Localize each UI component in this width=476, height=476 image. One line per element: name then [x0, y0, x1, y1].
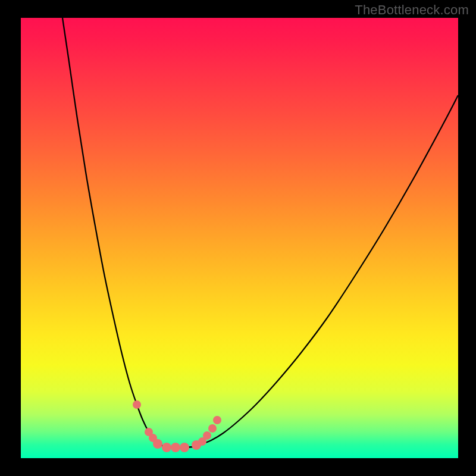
- curve-marker: [213, 416, 221, 424]
- curve-marker: [180, 443, 189, 452]
- curve-marker: [162, 443, 171, 452]
- curve-marker: [171, 443, 180, 452]
- curve-marker: [133, 400, 141, 409]
- watermark-text: TheBottleneck.com: [355, 2, 469, 18]
- curve-marker: [208, 424, 217, 433]
- plot-area: [21, 18, 458, 458]
- bottleneck-curve: [62, 18, 458, 447]
- chart-frame: TheBottleneck.com: [0, 0, 476, 476]
- curve-marker: [203, 431, 211, 440]
- bottleneck-svg: [21, 18, 458, 458]
- curve-marker: [153, 439, 162, 449]
